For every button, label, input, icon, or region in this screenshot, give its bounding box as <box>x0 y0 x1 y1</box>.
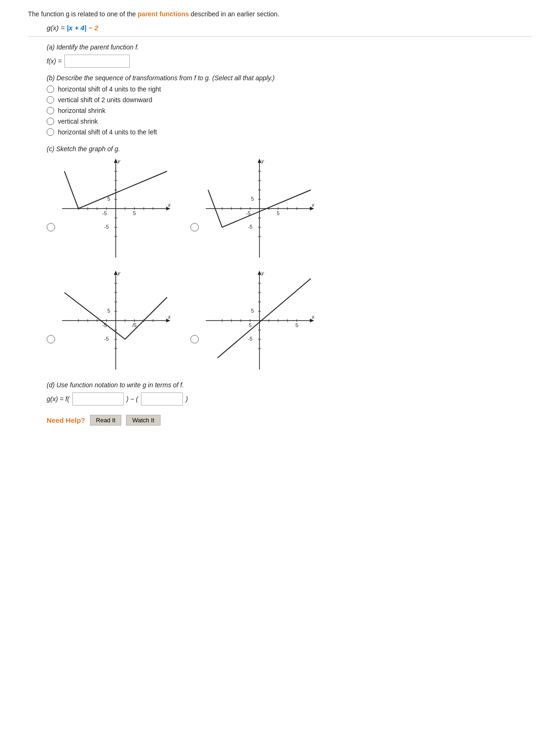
fx-input[interactable] <box>64 55 130 68</box>
graph-container-3: -5 /5 5 -5 x y <box>47 269 172 372</box>
svg-marker-2 <box>114 159 118 163</box>
checkbox-circle-5[interactable] <box>47 128 54 136</box>
svg-text:5: 5 <box>277 210 280 216</box>
graph-3[interactable]: -5 /5 5 -5 x y <box>60 269 172 372</box>
gx-input-1[interactable] <box>72 392 124 405</box>
svg-text:x: x <box>311 202 315 208</box>
svg-line-100 <box>217 279 311 358</box>
svg-text:5: 5 <box>107 196 110 202</box>
part-a-label: (a) Identify the parent function f. <box>47 43 532 51</box>
option-1[interactable]: horizontal shift of 4 units to the right <box>47 85 532 93</box>
need-help-label: Need Help? <box>47 416 85 424</box>
option-4[interactable]: vertical shrink <box>47 118 532 125</box>
gx-notation-row: g(x) = f( ) − ( ) <box>47 392 532 405</box>
need-help-section: Need Help? Read It Watch It <box>47 415 532 426</box>
option-2[interactable]: vertical shift of 2 units downward <box>47 96 532 104</box>
gx-end: ) <box>186 395 188 403</box>
svg-text:y: y <box>261 270 265 276</box>
svg-text:5: 5 <box>107 308 110 314</box>
option-2-label: vertical shift of 2 units downward <box>58 96 152 104</box>
option-5-label: horizontal shift of 4 units to the left <box>58 128 157 136</box>
svg-text:y: y <box>261 158 265 164</box>
graph-2[interactable]: -5 5 5 -5 x y <box>203 157 315 260</box>
read-it-button[interactable]: Read It <box>90 415 122 426</box>
part-c-label: (c) Sketch the graph of g. <box>47 145 532 153</box>
fx-label: f(x) = <box>47 57 62 65</box>
svg-text:x: x <box>168 314 171 320</box>
option-3-label: horizontal shrink <box>58 107 105 114</box>
gx-input-2[interactable] <box>141 392 183 405</box>
part-b: (b) Describe the sequence of transformat… <box>47 74 532 136</box>
graph-row-2: -5 /5 5 -5 x y <box>47 269 532 372</box>
svg-text:5: 5 <box>133 210 136 216</box>
gx-prefix: g(x) = f( <box>47 395 70 403</box>
checkbox-circle-1[interactable] <box>47 85 54 93</box>
option-3[interactable]: horizontal shrink <box>47 107 532 114</box>
option-1-label: horizontal shift of 4 units to the right <box>58 85 161 93</box>
eq-minus2: − 2 <box>86 24 98 32</box>
graph-4[interactable]: 5 5 5 -5 x y <box>203 269 315 372</box>
svg-text:y: y <box>117 270 121 276</box>
fx-row: f(x) = <box>47 55 532 68</box>
eq-abs: |x + 4| <box>67 24 86 32</box>
divider <box>28 36 532 37</box>
part-c: (c) Sketch the graph of g. <box>47 145 532 372</box>
part-b-label: (b) Describe the sequence of transformat… <box>47 74 532 82</box>
radio-3[interactable] <box>47 335 55 343</box>
svg-marker-77 <box>258 271 261 275</box>
part-d: (d) Use function notation to write g in … <box>47 381 532 405</box>
graph-container-4: 5 5 5 -5 x y <box>190 269 315 372</box>
option-4-label: vertical shrink <box>58 118 98 125</box>
parent-functions-link[interactable]: parent functions <box>138 10 189 18</box>
svg-text:5: 5 <box>251 196 254 202</box>
svg-text:-5: -5 <box>104 336 109 342</box>
graph-1[interactable]: -5 5 5 -5 x y <box>60 157 172 260</box>
graph-row-1: -5 5 5 -5 x y <box>47 157 532 260</box>
svg-text:5: 5 <box>249 322 252 328</box>
eq-gx-prefix: g(x) = <box>47 24 67 32</box>
graph-container-1: -5 5 5 -5 x y <box>47 157 172 260</box>
svg-text:-5: -5 <box>248 224 252 230</box>
intro-text: The function g is related to one of the … <box>28 9 532 19</box>
radio-1[interactable] <box>47 223 55 231</box>
checkbox-circle-2[interactable] <box>47 96 54 104</box>
checkbox-group: horizontal shift of 4 units to the right… <box>47 85 532 136</box>
graph-container-2: -5 5 5 -5 x y <box>190 157 315 260</box>
svg-text:/5: /5 <box>132 322 136 328</box>
gx-mid: ) − ( <box>126 395 138 403</box>
svg-marker-27 <box>258 159 261 163</box>
checkbox-circle-4[interactable] <box>47 118 54 125</box>
intro-prefix: The function g is related to one of the <box>28 10 138 18</box>
watch-it-button[interactable]: Watch It <box>126 415 160 426</box>
main-equation: g(x) = |x + 4| − 2 <box>47 24 532 32</box>
svg-text:x: x <box>168 202 171 208</box>
option-5[interactable]: horizontal shift of 4 units to the left <box>47 128 532 136</box>
part-d-label: (d) Use function notation to write g in … <box>47 381 532 389</box>
intro-suffix: described in an earlier section. <box>189 10 280 18</box>
svg-text:5: 5 <box>295 322 298 328</box>
svg-text:x: x <box>311 314 315 320</box>
checkbox-circle-3[interactable] <box>47 107 54 114</box>
svg-text:y: y <box>117 158 121 164</box>
radio-4[interactable] <box>190 335 199 343</box>
svg-text:-5: -5 <box>248 336 252 342</box>
svg-text:-5: -5 <box>102 210 107 216</box>
svg-text:-5: -5 <box>104 224 109 230</box>
svg-marker-52 <box>114 271 118 275</box>
svg-text:5: 5 <box>251 308 254 314</box>
part-a: (a) Identify the parent function f. f(x)… <box>47 43 532 68</box>
radio-2[interactable] <box>190 223 199 231</box>
